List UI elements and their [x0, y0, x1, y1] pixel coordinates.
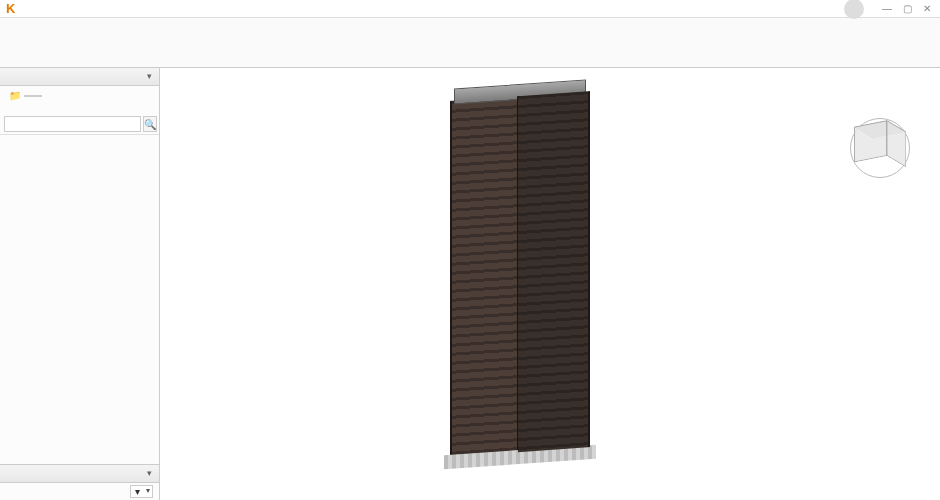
component-filter-row: ▾ [0, 483, 159, 500]
view-cube[interactable] [850, 118, 910, 178]
minimize-button[interactable]: — [880, 3, 894, 15]
search-button[interactable]: 🔍 [143, 116, 157, 132]
building-roof [454, 79, 586, 104]
project-panel-header: ▾ [0, 68, 159, 86]
left-sidebar: ▾ 📁 🔍 ⟳ ▾ ▾ [0, 68, 160, 500]
current-open-dropdown[interactable] [24, 95, 42, 97]
ribbon-toolbar [0, 18, 940, 68]
building-model[interactable] [450, 84, 590, 464]
scene [160, 68, 940, 500]
floor-panel-header: ▾ [0, 465, 159, 483]
floor-panel-collapse-button[interactable]: ▾ [143, 468, 155, 480]
title-bar: K — ▢ ✕ [0, 0, 940, 18]
panel-collapse-button[interactable]: ▾ [143, 71, 155, 83]
window-controls: — ▢ ✕ [880, 3, 934, 15]
building-base [444, 445, 596, 470]
avatar-icon [844, 0, 864, 19]
logo-mark-icon: K [6, 1, 15, 16]
filter-dropdown[interactable]: ▾ [130, 485, 153, 498]
project-search-row: 🔍 ⟳ ▾ [0, 114, 159, 135]
project-tree[interactable] [0, 135, 159, 464]
app-logo: K [6, 1, 19, 16]
maximize-button[interactable]: ▢ [900, 3, 914, 15]
close-button[interactable]: ✕ [920, 3, 934, 15]
user-block[interactable] [844, 0, 870, 19]
folder-icon: 📁 [9, 90, 21, 101]
floor-panel: ▾ ▾ [0, 464, 159, 500]
project-search-input[interactable] [4, 116, 141, 132]
main-area: ▾ 📁 🔍 ⟳ ▾ ▾ [0, 68, 940, 500]
project-info: 📁 [0, 86, 159, 114]
3d-viewport[interactable] [160, 68, 940, 500]
